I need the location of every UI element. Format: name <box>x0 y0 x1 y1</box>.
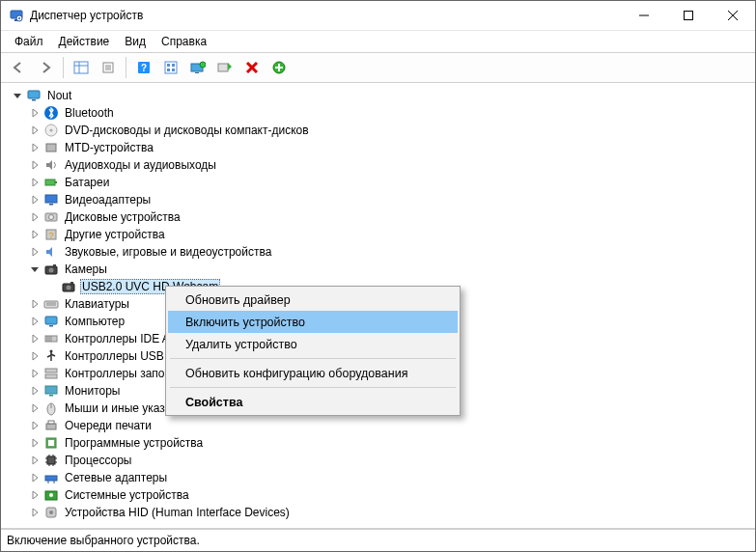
computer-icon <box>43 314 59 329</box>
twisty-icon[interactable] <box>28 124 42 137</box>
help-button[interactable]: ? <box>131 55 156 80</box>
twisty-icon[interactable] <box>28 471 42 484</box>
twisty-icon[interactable] <box>28 262 42 276</box>
tree-category[interactable]: Процессоры <box>5 452 755 469</box>
menu-action[interactable]: Действие <box>51 33 118 50</box>
tree-category[interactable]: Видеоадаптеры <box>5 191 755 208</box>
device-manager-window: Диспетчер устройств Файл Действие Вид Сп… <box>0 0 756 552</box>
tree-category[interactable]: MTD-устройства <box>5 139 755 156</box>
svg-rect-45 <box>53 264 56 266</box>
generic-icon <box>43 140 59 155</box>
tree-category-label: Аудиовходы и аудиовыходы <box>63 158 218 172</box>
twisty-icon[interactable] <box>28 349 42 363</box>
update-driver-button[interactable] <box>185 55 210 80</box>
status-text: Включение выбранного устройства. <box>7 534 200 547</box>
tree-category-label: Системные устройства <box>63 488 191 502</box>
context-menu-item[interactable]: Обновить драйвер <box>168 289 458 311</box>
scan-hardware-button[interactable] <box>266 55 292 80</box>
disk-icon <box>43 209 59 225</box>
properties-button[interactable] <box>96 55 121 80</box>
twisty-icon[interactable] <box>28 141 42 154</box>
twisty-icon[interactable] <box>28 506 42 519</box>
svg-rect-19 <box>172 64 175 67</box>
status-bar: Включение выбранного устройства. <box>1 529 755 551</box>
context-menu-item[interactable]: Обновить конфигурацию оборудования <box>168 362 458 384</box>
context-menu-item[interactable]: Удалить устройство <box>168 333 458 355</box>
menu-help[interactable]: Справка <box>154 33 214 50</box>
tree-category[interactable]: ?Другие устройства <box>5 226 755 243</box>
back-button[interactable] <box>6 55 31 80</box>
svg-rect-62 <box>45 369 57 373</box>
twisty-icon[interactable] <box>28 315 42 328</box>
twisty-icon[interactable] <box>28 332 42 345</box>
tree-root[interactable]: Nout <box>5 87 755 104</box>
svg-rect-52 <box>45 317 57 324</box>
uninstall-button[interactable] <box>239 55 265 80</box>
twisty-icon[interactable] <box>28 488 42 502</box>
svg-rect-25 <box>218 64 228 71</box>
title-bar: Диспетчер устройств <box>1 1 755 31</box>
twisty-icon[interactable] <box>11 89 24 102</box>
tree-category[interactable]: Программные устройства <box>5 434 755 452</box>
tree-category[interactable]: Звуковые, игровые и видеоустройства <box>5 243 755 261</box>
bluetooth-icon <box>43 105 59 121</box>
tree-category-label: Клавиатуры <box>63 297 131 311</box>
tree-category[interactable]: Камеры <box>5 261 755 278</box>
mouse-icon <box>43 400 59 416</box>
twisty-icon[interactable] <box>28 245 42 259</box>
enable-device-button[interactable] <box>212 55 238 80</box>
sound-icon <box>43 244 59 260</box>
tree-category[interactable]: Сетевые адаптеры <box>5 469 755 486</box>
svg-rect-36 <box>55 181 57 183</box>
tree-category[interactable]: DVD-дисководы и дисководы компакт-дисков <box>5 122 755 139</box>
tree-category[interactable]: Устройства HID (Human Interface Devices) <box>5 504 755 521</box>
twisty-icon[interactable] <box>28 297 42 311</box>
menu-view[interactable]: Вид <box>117 33 154 50</box>
twisty-icon[interactable] <box>28 454 42 467</box>
svg-rect-65 <box>49 395 53 397</box>
twisty-icon[interactable] <box>28 401 42 415</box>
tree-category[interactable]: Bluetooth <box>5 104 755 122</box>
context-menu-separator <box>170 358 456 359</box>
tree-category-label: DVD-дисководы и дисководы компакт-дисков <box>63 124 311 137</box>
minimize-button[interactable] <box>622 1 666 30</box>
forward-button[interactable] <box>33 55 58 80</box>
display-icon <box>43 192 59 207</box>
twisty-icon[interactable] <box>28 176 42 189</box>
svg-rect-20 <box>167 69 170 71</box>
device-tree-pane[interactable]: NoutBluetoothDVD-дисководы и дисководы к… <box>1 83 755 529</box>
tree-category[interactable]: Системные устройства <box>5 486 755 504</box>
twisty-icon[interactable] <box>28 436 42 450</box>
twisty-icon[interactable] <box>28 210 42 224</box>
twisty-icon[interactable] <box>28 228 42 241</box>
tree-category[interactable]: Батареи <box>5 174 755 191</box>
menu-file[interactable]: Файл <box>7 33 51 50</box>
svg-rect-30 <box>32 99 36 101</box>
maximize-button[interactable] <box>666 1 711 30</box>
twisty-icon[interactable] <box>28 419 42 432</box>
svg-rect-21 <box>172 69 175 71</box>
context-menu-item[interactable]: Свойства <box>168 391 458 413</box>
twisty-icon[interactable] <box>28 193 42 207</box>
tree-category-label: Видеоадаптеры <box>63 193 153 207</box>
hid-icon <box>43 505 59 520</box>
menu-bar: Файл Действие Вид Справка <box>1 31 755 52</box>
toolbar: ? <box>1 52 755 83</box>
tree-category[interactable]: Аудиовходы и аудиовыходы <box>5 156 755 174</box>
svg-point-44 <box>49 268 54 273</box>
twisty-icon[interactable] <box>28 158 42 172</box>
storage-icon <box>43 366 59 381</box>
tree-category-label: Другие устройства <box>63 228 167 241</box>
view-icons-button[interactable] <box>158 55 183 80</box>
show-hide-tree-button[interactable] <box>69 55 94 80</box>
close-button[interactable] <box>711 1 755 30</box>
context-menu-item[interactable]: Включить устройство <box>168 311 458 333</box>
svg-rect-34 <box>46 144 56 152</box>
tree-category-label: Батареи <box>63 176 111 189</box>
tree-category[interactable]: Дисковые устройства <box>5 208 755 226</box>
twisty-icon[interactable] <box>28 106 42 120</box>
tree-category[interactable]: Очереди печати <box>5 417 755 434</box>
twisty-icon[interactable] <box>28 384 42 398</box>
twisty-icon[interactable] <box>28 367 42 380</box>
camera-icon <box>61 279 76 294</box>
